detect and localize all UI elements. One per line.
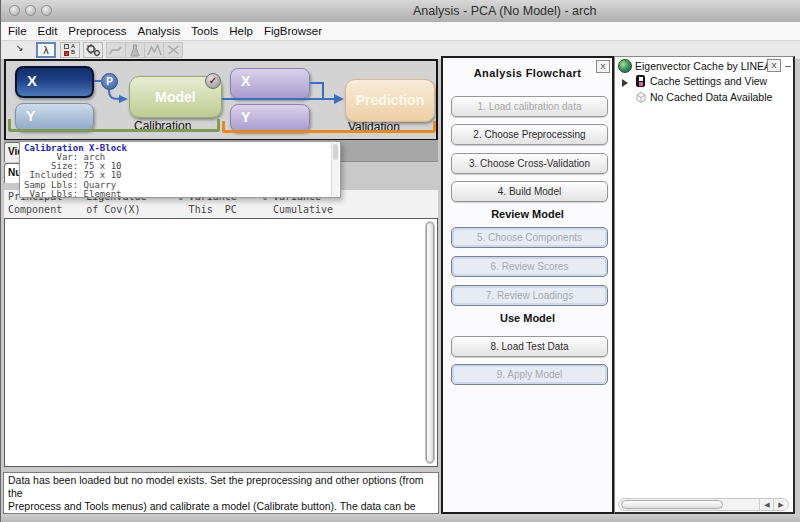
review-model-label: Review Model: [443, 208, 612, 220]
scrollbar-thumb[interactable]: [621, 500, 723, 509]
cache-settings-icon: [636, 75, 645, 87]
button-choose-preprocessing[interactable]: 2. Choose Preprocessing: [451, 124, 608, 145]
overflow-arrow-icon[interactable]: ↘: [16, 43, 24, 53]
menu-edit[interactable]: Edit: [38, 25, 58, 37]
status-message: Data has been loaded but no model exists…: [3, 472, 439, 514]
calibration-bracket: [8, 119, 220, 132]
analysis-flowchart-panel: X Analysis Flowchart 1. Load calibration…: [441, 56, 614, 514]
crossed-arrows-icon: [167, 44, 180, 56]
plot-data-button[interactable]: λ: [36, 42, 56, 58]
window-title: Analysis - PCA (No Model) - arch: [413, 4, 596, 18]
curve-tool-button-disabled: [106, 42, 126, 58]
tooltip-scrollbar[interactable]: [331, 143, 339, 196]
variance-table-body: [4, 218, 438, 467]
prediction-block[interactable]: Prediction: [345, 79, 435, 122]
tree-item-cache-settings[interactable]: Cache Settings and View: [650, 75, 767, 87]
button-apply-model: 9. Apply Model: [451, 364, 608, 385]
button-review-scores: 6. Review Scores: [451, 256, 608, 277]
cache-horizontal-scrollbar[interactable]: ◀ ▶: [618, 498, 789, 511]
analysis-window: Analysis - PCA (No Model) - arch File Ed…: [0, 0, 800, 522]
button-load-test-data[interactable]: 8. Load Test Data: [451, 336, 608, 357]
title-bar: Analysis - PCA (No Model) - arch: [1, 0, 800, 23]
menu-figbrowser[interactable]: FigBrowser: [264, 25, 322, 37]
menu-preprocess[interactable]: Preprocess: [68, 25, 126, 37]
lambda-icon: λ: [43, 44, 49, 56]
tree-item-no-cached-data[interactable]: No Cached Data Available: [650, 91, 772, 103]
curve-arrow-icon: [109, 44, 123, 56]
data-info-tooltip: Calibration X-Block Var: arch Size: 75 x…: [19, 141, 341, 198]
menu-bar: File Edit Preprocess Analysis Tools Help…: [1, 22, 800, 41]
check-badge-icon: ✓: [205, 73, 221, 89]
model-flowchart-diagram: X Y P Model ✓ X Y Prediction Calibration…: [4, 59, 438, 141]
calibration-x-block[interactable]: X: [15, 66, 94, 98]
button-choose-cross-validation[interactable]: 3. Choose Cross-Validation: [451, 153, 608, 174]
minimize-dash[interactable]: –: [785, 59, 791, 71]
peaks-icon: [147, 44, 162, 56]
gears-icon: [85, 43, 101, 57]
validation-x-block[interactable]: X: [230, 68, 310, 99]
preprocess-gears-button[interactable]: [83, 42, 103, 58]
scroll-left-icon[interactable]: ◀: [759, 499, 774, 510]
variance-header-line2: Component of Cov(X) This PC Cumulative: [8, 204, 333, 215]
scrollbar-thumb[interactable]: [333, 144, 338, 160]
button-choose-components: 5. Choose Components: [451, 227, 608, 248]
globe-icon: [618, 59, 632, 73]
button-build-model[interactable]: 4. Build Model: [451, 181, 608, 202]
menu-tools[interactable]: Tools: [191, 25, 218, 37]
minimize-window-icon[interactable]: [25, 5, 36, 16]
preprocessing-badge[interactable]: P: [101, 73, 118, 90]
scrollbar-thumb[interactable]: [426, 222, 434, 463]
menu-file[interactable]: File: [8, 25, 27, 37]
tree-expand-icon[interactable]: [622, 79, 628, 87]
edit-labels-button[interactable]: A B: [60, 42, 80, 58]
cache-panel-title: Eigenvector Cache by LINEAGE: [635, 60, 767, 72]
validation-bracket: [222, 121, 436, 133]
eigenvector-cache-panel: Eigenvector Cache by LINEAGE X – Cache S…: [614, 56, 795, 514]
scroll-right-icon[interactable]: ▶: [773, 499, 788, 510]
table-vertical-scrollbar[interactable]: [425, 221, 435, 464]
cube-icon: [634, 91, 647, 104]
button-review-loadings: 7. Review Loadings: [451, 285, 608, 306]
menu-analysis[interactable]: Analysis: [138, 25, 181, 37]
menu-help[interactable]: Help: [229, 25, 253, 37]
flask-tool-button-disabled: [125, 42, 145, 58]
button-load-calibration-data: 1. Load calibration data: [451, 96, 608, 117]
close-window-icon[interactable]: [9, 5, 20, 16]
flask-icon: [130, 44, 140, 57]
flowchart-panel-title: Analysis Flowchart: [443, 67, 612, 79]
use-model-label: Use Model: [443, 312, 612, 324]
zoom-window-icon[interactable]: [41, 5, 52, 16]
tooltip-body: Var: arch Size: 75 x 10 Included: 75 x 1…: [24, 153, 122, 199]
close-icon[interactable]: X: [767, 59, 781, 72]
peaks-tool-button-disabled: [144, 42, 164, 58]
ab-labels-icon: A B: [64, 44, 76, 56]
window-bottom-edge: [1, 514, 800, 522]
scatter-tool-button-disabled: [163, 42, 183, 58]
